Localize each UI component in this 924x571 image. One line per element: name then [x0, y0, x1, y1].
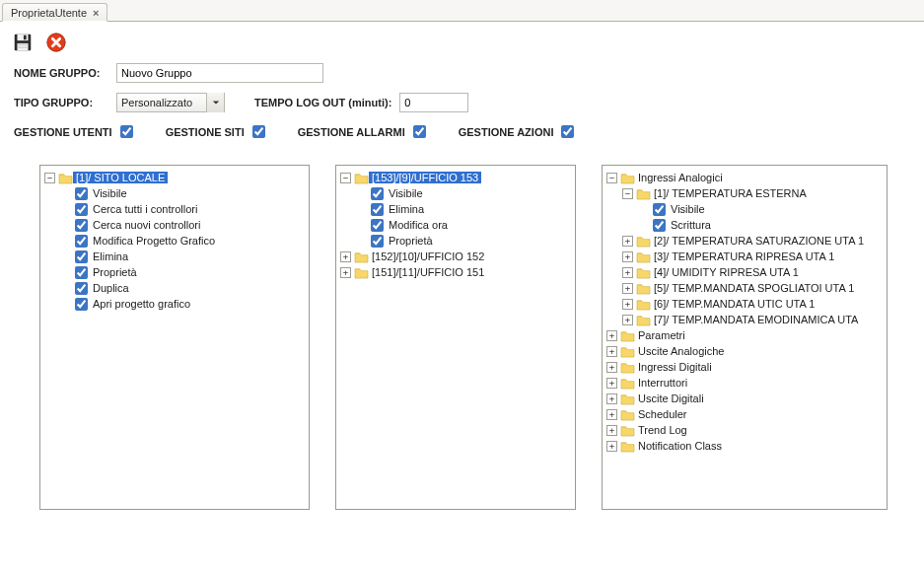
- tab-proprieta-utente[interactable]: ProprietaUtente ×: [2, 3, 107, 22]
- tree-node-permission[interactable]: Cerca nuovi controllori: [90, 219, 203, 231]
- expand-icon[interactable]: +: [606, 378, 617, 389]
- tree-node[interactable]: [7]/ TEMP.MANDATA EMODINAMICA UTA: [651, 314, 861, 325]
- tree-node-permission[interactable]: Modifica Progetto Grafico: [90, 235, 218, 247]
- permission-checkbox[interactable]: [75, 187, 88, 200]
- collapse-icon[interactable]: −: [622, 188, 633, 199]
- tree-node-permission[interactable]: Duplica: [90, 282, 132, 294]
- expand-icon[interactable]: +: [622, 267, 633, 278]
- tree-node[interactable]: Scheduler: [635, 408, 690, 420]
- tree-node[interactable]: [3]/ TEMPERATURA RIPRESA UTA 1: [651, 250, 837, 262]
- tree-node[interactable]: [2]/ TEMPERATURA SATURAZIONE UTA 1: [651, 235, 867, 247]
- expand-icon[interactable]: +: [622, 236, 633, 247]
- save-button[interactable]: [10, 30, 36, 55]
- expand-icon[interactable]: +: [622, 315, 633, 325]
- tree-node-controller-root[interactable]: [153]/[9]/UFFICIO 153: [369, 172, 481, 183]
- folder-icon: [635, 185, 651, 201]
- expand-icon[interactable]: +: [340, 251, 351, 262]
- permission-checkbox[interactable]: [75, 298, 88, 311]
- permission-checkbox[interactable]: [371, 187, 384, 200]
- expand-icon[interactable]: +: [622, 299, 633, 310]
- svg-rect-5: [18, 47, 29, 48]
- flag-actions-checkbox[interactable]: [561, 125, 574, 138]
- tree-node[interactable]: Uscite Analogiche: [635, 345, 727, 357]
- svg-rect-1: [18, 35, 29, 40]
- expand-icon[interactable]: +: [622, 283, 633, 294]
- flag-alarms-checkbox[interactable]: [413, 125, 426, 138]
- tree-node-permission[interactable]: Proprietà: [386, 235, 436, 247]
- svg-rect-4: [18, 44, 29, 45]
- tree-node-permission[interactable]: Visibile: [386, 187, 426, 199]
- expand-icon[interactable]: +: [606, 425, 617, 436]
- tree-points[interactable]: − Ingressi Analogici − [1]/ TEMPERATURA …: [602, 165, 888, 510]
- folder-icon: [635, 296, 651, 312]
- tree-node-permission[interactable]: Visibile: [668, 203, 708, 215]
- collapse-icon[interactable]: −: [606, 173, 617, 183]
- folder-icon: [635, 233, 651, 249]
- flag-users-checkbox[interactable]: [120, 125, 133, 138]
- tree-node[interactable]: Uscite Digitali: [635, 393, 707, 404]
- flag-alarms-label: GESTIONE ALLARMI: [298, 126, 405, 138]
- tree-node-permission[interactable]: Elimina: [90, 250, 131, 262]
- folder-icon: [635, 249, 651, 264]
- expand-icon[interactable]: +: [606, 393, 617, 404]
- tree-node[interactable]: [151]/[11]/UFFICIO 151: [369, 266, 487, 278]
- expand-icon[interactable]: +: [622, 251, 633, 262]
- expand-icon[interactable]: +: [606, 441, 617, 452]
- tree-node-permission[interactable]: Elimina: [386, 203, 427, 215]
- permission-checkbox[interactable]: [75, 282, 88, 295]
- folder-icon: [619, 327, 635, 343]
- expand-icon[interactable]: +: [606, 409, 617, 420]
- tree-node[interactable]: Parametri: [635, 329, 688, 341]
- tree-node-site-root[interactable]: [1]/ SITO LOCALE: [73, 172, 168, 183]
- tree-sites[interactable]: − [1]/ SITO LOCALE VisibileCerca tutti i…: [39, 165, 310, 510]
- folder-icon: [635, 312, 651, 327]
- timeout-input[interactable]: [399, 93, 468, 112]
- folder-icon: [619, 406, 635, 422]
- group-name-input[interactable]: [116, 63, 323, 83]
- tree-node-permission[interactable]: Visibile: [90, 187, 130, 199]
- tree-node[interactable]: [4]/ UMIDITY RIPRESA UTA 1: [651, 266, 802, 278]
- permission-checkbox[interactable]: [371, 235, 384, 248]
- tree-node-category[interactable]: Ingressi Analogici: [635, 172, 726, 183]
- flag-sites-label: GESTIONE SITI: [166, 126, 245, 138]
- tree-node[interactable]: [152]/[10]/UFFICIO 152: [369, 250, 487, 262]
- tree-node-point[interactable]: [1]/ TEMPERATURA ESTERNA: [651, 187, 810, 199]
- folder-icon: [353, 170, 369, 185]
- tree-node[interactable]: [5]/ TEMP.MANDATA SPOGLIATOI UTA 1: [651, 282, 857, 294]
- permission-checkbox[interactable]: [75, 219, 88, 232]
- group-type-select[interactable]: Personalizzato: [116, 93, 225, 112]
- permission-checkbox[interactable]: [371, 203, 384, 216]
- permission-checkbox[interactable]: [75, 203, 88, 216]
- svg-rect-2: [24, 36, 27, 40]
- tree-node[interactable]: Trend Log: [635, 424, 690, 436]
- expand-icon[interactable]: +: [606, 362, 617, 373]
- tree-node-permission[interactable]: Scrittura: [668, 219, 714, 231]
- collapse-icon[interactable]: −: [340, 173, 351, 183]
- tree-node[interactable]: Notification Class: [635, 440, 725, 452]
- flag-sites-checkbox[interactable]: [252, 125, 265, 138]
- expand-icon[interactable]: +: [606, 330, 617, 341]
- tree-node-permission[interactable]: Cerca tutti i controllori: [90, 203, 200, 215]
- permission-checkbox[interactable]: [653, 219, 666, 232]
- name-label: NOME GRUPPO:: [14, 67, 108, 79]
- folder-icon: [635, 280, 651, 296]
- permission-checkbox[interactable]: [75, 235, 88, 248]
- folder-icon: [619, 438, 635, 454]
- collapse-icon[interactable]: −: [44, 173, 55, 183]
- tree-node[interactable]: Ingressi Digitali: [635, 361, 715, 373]
- tree-node-permission[interactable]: Apri progetto grafico: [90, 298, 193, 310]
- cancel-button[interactable]: [43, 30, 69, 55]
- tree-controllers[interactable]: − [153]/[9]/UFFICIO 153 VisibileEliminaM…: [335, 165, 576, 510]
- tree-node-permission[interactable]: Modifica ora: [386, 219, 451, 231]
- permission-checkbox[interactable]: [75, 266, 88, 279]
- expand-icon[interactable]: +: [606, 346, 617, 357]
- permission-checkbox[interactable]: [371, 219, 384, 232]
- tree-node-permission[interactable]: Proprietà: [90, 266, 140, 278]
- type-label: TIPO GRUPPO:: [14, 97, 108, 108]
- expand-icon[interactable]: +: [340, 267, 351, 278]
- permission-checkbox[interactable]: [653, 203, 666, 216]
- tree-node[interactable]: [6]/ TEMP.MANDATA UTIC UTA 1: [651, 298, 817, 310]
- permission-checkbox[interactable]: [75, 250, 88, 263]
- close-icon[interactable]: ×: [93, 7, 99, 19]
- tree-node[interactable]: Interruttori: [635, 377, 690, 389]
